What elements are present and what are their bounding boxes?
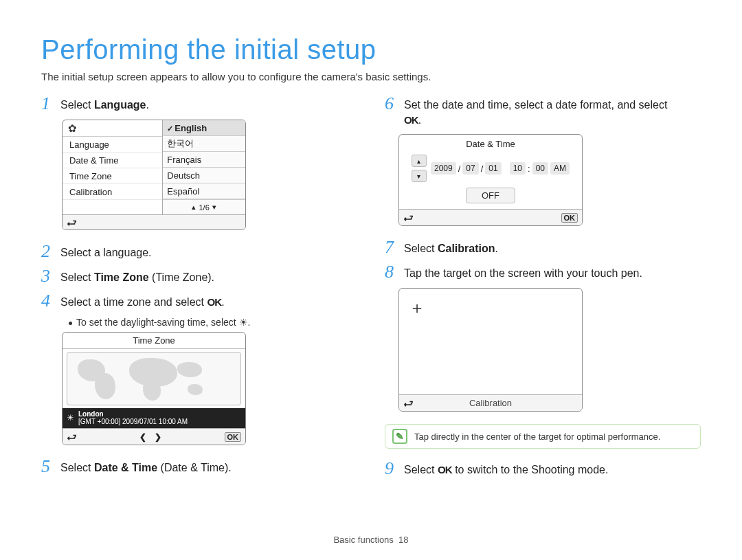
lang-option-german[interactable]: Deutsch (163, 168, 245, 183)
dt-title: Date & Time (399, 135, 582, 152)
gear-icon (68, 122, 77, 135)
back-icon[interactable]: ⮐ (67, 432, 76, 443)
back-icon[interactable]: ⮐ (403, 398, 413, 409)
ok-icon: OK (404, 114, 418, 126)
step-number: 9 (385, 460, 397, 478)
step-text: Select a time zone and select OK. (60, 292, 225, 310)
menu-item-datetime[interactable]: Date & Time (63, 153, 162, 168)
timezone-screen: Time Zone ☀ London [GMT +00:00] 2009 (62, 332, 246, 445)
tz-city: London (78, 410, 104, 418)
note-text: Tap directly in the center of the target… (414, 432, 660, 442)
step-number: 2 (41, 243, 54, 260)
sun-icon[interactable]: ☀ (67, 413, 74, 423)
step-text: Select Calibration. (404, 238, 498, 256)
step-number: 8 (385, 263, 397, 281)
step-number: 6 (385, 95, 397, 127)
dt-minute[interactable]: 00 (532, 162, 548, 175)
down-arrow-icon[interactable]: ▾ (412, 170, 427, 182)
lang-paginator: ▴ 1/6 ▾ (163, 199, 245, 214)
step-8: 8 Tap the target on the screen with your… (385, 263, 701, 281)
menu-item-timezone[interactable]: Time Zone (63, 168, 162, 184)
page-up-icon[interactable]: ▴ (192, 203, 196, 212)
note-icon: ✎ (392, 429, 407, 444)
dt-day[interactable]: 01 (485, 162, 501, 175)
step-bold: Language (94, 99, 146, 111)
back-icon[interactable]: ⮐ (403, 212, 413, 223)
step-text: Tap the target on the screen with your t… (404, 263, 642, 281)
step-pre: Select (60, 99, 94, 111)
tz-gmt: [GMT +00:00] 2009/07/01 10:00 AM (78, 418, 188, 425)
step-text: Set the date and time, select a date for… (404, 95, 667, 127)
page-subtitle: The initial setup screen appears to allo… (41, 71, 701, 82)
step-7: 7 Select Calibration. (385, 238, 701, 256)
step-number: 5 (41, 458, 54, 475)
page-indicator: 1/6 (199, 203, 209, 212)
step-text: Select Date & Time (Date & Time). (60, 458, 232, 475)
note-box: ✎ Tap directly in the center of the targ… (385, 424, 701, 449)
calibration-screen[interactable]: ＋ ⮐ Calibration (398, 288, 583, 412)
dt-hour[interactable]: 10 (510, 162, 526, 175)
lang-option-french[interactable]: Français (163, 152, 245, 168)
page-down-icon[interactable]: ▾ (212, 203, 216, 212)
step-4: 4 Select a time zone and select OK. (41, 292, 357, 310)
right-column: 6 Set the date and time, select a date f… (385, 95, 701, 484)
calibration-label: Calibration (413, 398, 568, 408)
dt-year[interactable]: 2009 (431, 162, 456, 175)
step-text: Select Language. (60, 95, 149, 113)
ok-button[interactable]: OK (225, 432, 242, 442)
up-arrow-icon[interactable]: ▴ (412, 155, 427, 167)
step-text: Select OK to switch to the Shooting mode… (404, 460, 608, 478)
lang-option-english[interactable]: English (163, 120, 245, 136)
footer-section: Basic functions (333, 535, 393, 545)
sun-icon (239, 317, 248, 328)
left-column: 1 Select Language. Language Date & Time … (41, 95, 357, 484)
step-post: . (146, 99, 148, 111)
step-4-bullet: To set the daylight-saving time, select … (69, 317, 357, 328)
step-number: 4 (41, 292, 54, 310)
step-3: 3 Select Time Zone (Time Zone). (41, 267, 357, 285)
lang-option-spanish[interactable]: Español (163, 183, 245, 199)
dt-ampm[interactable]: AM (550, 162, 570, 175)
step-number: 1 (41, 95, 54, 113)
tz-title: Time Zone (63, 333, 245, 349)
dt-month[interactable]: 07 (462, 162, 478, 175)
step-9: 9 Select OK to switch to the Shooting mo… (385, 460, 701, 478)
language-screen: Language Date & Time Time Zone Calibrati… (62, 120, 246, 230)
tz-info: ☀ London [GMT +00:00] 2009/07/01 10:00 A… (63, 408, 245, 428)
page-footer: Basic functions 18 (0, 535, 742, 545)
right-arrow-icon[interactable]: ❯ (155, 432, 161, 442)
ok-button[interactable]: OK (561, 213, 578, 223)
step-5: 5 Select Date & Time (Date & Time). (41, 458, 357, 475)
target-icon[interactable]: ＋ (409, 297, 425, 319)
ok-icon: OK (438, 464, 452, 475)
world-map[interactable] (67, 352, 241, 405)
step-6: 6 Set the date and time, select a date f… (385, 95, 701, 127)
step-text: Select Time Zone (Time Zone). (60, 267, 214, 285)
menu-item-language[interactable]: Language (63, 137, 162, 153)
page-title: Performing the initial setup (41, 34, 701, 65)
menu-item-calibration[interactable]: Calibration (63, 184, 162, 200)
step-1: 1 Select Language. (41, 95, 357, 113)
step-number: 7 (385, 238, 397, 256)
lang-option-korean[interactable]: 한국어 (163, 136, 245, 152)
step-number: 3 (41, 267, 54, 285)
check-icon (167, 123, 175, 133)
step-2: 2 Select a language. (41, 243, 357, 260)
datetime-screen: Date & Time ▴ ▾ 2009 / 07 / 01 10 : (398, 134, 583, 226)
step-text: Select a language. (60, 243, 152, 260)
footer-page: 18 (398, 535, 408, 545)
back-icon[interactable]: ⮐ (67, 217, 76, 228)
dt-off-button[interactable]: OFF (466, 188, 515, 203)
left-arrow-icon[interactable]: ❮ (139, 432, 146, 442)
ok-icon: OK (207, 296, 221, 308)
